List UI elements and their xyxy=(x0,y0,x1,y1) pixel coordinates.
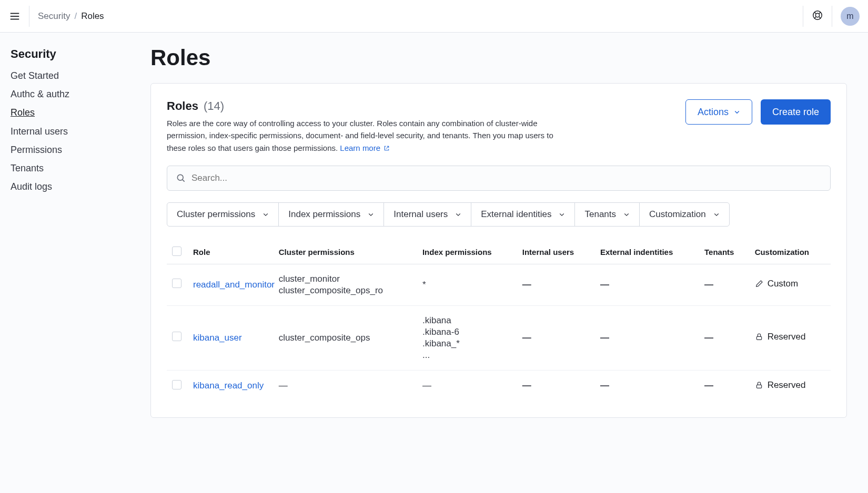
cluster-perms: cluster_composite_ops xyxy=(279,333,412,343)
chevron-down-icon xyxy=(559,211,565,218)
index-perms: * xyxy=(422,280,512,290)
tenants-cell: — xyxy=(704,381,713,391)
learn-more-link[interactable]: Learn more xyxy=(340,143,390,152)
customization-cell: Reserved xyxy=(755,332,806,342)
breadcrumb-security[interactable]: Security xyxy=(38,11,70,22)
col-cluster: Cluster permissions xyxy=(274,241,417,264)
cluster-perms: — xyxy=(279,381,412,391)
chevron-down-icon xyxy=(455,211,461,218)
table-row: readall_and_monitorcluster_monitorcluste… xyxy=(167,264,831,305)
filter-button[interactable]: Internal users xyxy=(383,202,471,227)
lock-icon xyxy=(755,381,763,389)
breadcrumb-separator: / xyxy=(74,11,77,22)
search-container xyxy=(167,166,831,191)
svg-line-10 xyxy=(183,180,185,182)
tenants-cell: — xyxy=(704,280,713,290)
sidebar-item[interactable]: Audit logs xyxy=(11,181,52,192)
col-index: Index permissions xyxy=(417,241,517,264)
internal-users-cell: — xyxy=(522,280,531,290)
svg-line-6 xyxy=(819,12,821,14)
svg-rect-12 xyxy=(756,385,761,388)
top-header: Security / Roles m xyxy=(0,0,868,33)
internal-users-cell: — xyxy=(522,381,531,391)
role-link[interactable]: readall_and_monitor xyxy=(193,280,275,290)
actions-button[interactable]: Actions xyxy=(685,99,752,125)
header-divider xyxy=(832,6,832,27)
index-perms: .kibana.kibana-6.kibana_*... xyxy=(422,315,512,361)
panel-header: Roles (14) Roles are the core way of con… xyxy=(167,99,831,154)
chevron-down-icon xyxy=(623,211,630,218)
breadcrumb-current: Roles xyxy=(81,11,104,22)
select-all-checkbox[interactable] xyxy=(172,246,181,256)
svg-rect-11 xyxy=(756,337,761,340)
panel-count: (14) xyxy=(204,99,224,112)
filter-button[interactable]: External identities xyxy=(471,202,575,227)
header-right: m xyxy=(803,6,860,27)
external-ids-cell: — xyxy=(600,381,609,391)
chevron-down-icon xyxy=(263,211,269,218)
sidebar-item[interactable]: Authc & authz xyxy=(11,89,69,99)
sidebar-heading: Security xyxy=(11,47,129,61)
panel-description: Roles are the core way of controlling ac… xyxy=(167,117,567,154)
external-ids-cell: — xyxy=(600,333,609,343)
sidebar-item[interactable]: Internal users xyxy=(11,126,68,137)
role-link[interactable]: kibana_user xyxy=(193,333,242,343)
table-row: kibana_read_only—————Reserved xyxy=(167,370,831,402)
page-title: Roles xyxy=(150,45,847,70)
sidebar-item[interactable]: Roles xyxy=(11,107,35,118)
svg-line-8 xyxy=(819,16,821,18)
row-checkbox[interactable] xyxy=(172,380,181,389)
user-avatar[interactable]: m xyxy=(841,7,860,26)
panel-title: Roles (14) xyxy=(167,99,224,113)
col-internal: Internal users xyxy=(517,241,595,264)
external-link-icon xyxy=(383,145,390,151)
filter-button[interactable]: Cluster permissions xyxy=(167,202,279,227)
row-checkbox[interactable] xyxy=(172,279,181,288)
header-divider xyxy=(803,6,803,27)
chevron-down-icon xyxy=(368,211,374,218)
svg-point-4 xyxy=(815,13,819,17)
svg-line-7 xyxy=(814,16,816,18)
create-role-button[interactable]: Create role xyxy=(761,99,831,125)
roles-table: Role Cluster permissions Index permissio… xyxy=(167,241,831,402)
breadcrumb: Security / Roles xyxy=(38,11,104,22)
sidebar: Security Get StartedAuthc & authzRolesIn… xyxy=(0,33,140,439)
svg-point-9 xyxy=(177,174,183,180)
filter-button[interactable]: Index permissions xyxy=(278,202,384,227)
roles-panel: Roles (14) Roles are the core way of con… xyxy=(150,83,847,418)
tenants-cell: — xyxy=(704,333,713,343)
sidebar-item[interactable]: Tenants xyxy=(11,163,44,173)
lock-icon xyxy=(755,333,763,341)
col-role: Role xyxy=(188,241,274,264)
filter-button[interactable]: Customization xyxy=(639,202,730,227)
col-custom: Customization xyxy=(750,241,831,264)
main-content: Roles Roles (14) Roles are the core way … xyxy=(140,33,868,439)
customization-cell: Reserved xyxy=(755,380,806,391)
cluster-perms: cluster_monitorcluster_composite_ops_ro xyxy=(279,274,412,296)
role-link[interactable]: kibana_read_only xyxy=(193,381,264,391)
row-checkbox[interactable] xyxy=(172,332,181,341)
customization-cell: Custom xyxy=(755,279,799,289)
svg-line-5 xyxy=(814,12,816,14)
col-external: External indentities xyxy=(595,241,699,264)
hamburger-icon xyxy=(9,11,21,22)
menu-button[interactable] xyxy=(8,6,29,27)
chevron-down-icon xyxy=(713,211,720,218)
col-tenants: Tenants xyxy=(699,241,750,264)
filter-bar: Cluster permissionsIndex permissionsInte… xyxy=(167,202,831,227)
search-input[interactable] xyxy=(191,173,822,183)
sidebar-item[interactable]: Get Started xyxy=(11,70,59,81)
help-button[interactable] xyxy=(812,9,823,23)
external-ids-cell: — xyxy=(600,280,609,290)
table-row: kibana_usercluster_composite_ops.kibana.… xyxy=(167,305,831,370)
chevron-down-icon xyxy=(734,109,740,115)
search-icon xyxy=(176,173,186,183)
filter-button[interactable]: Tenants xyxy=(574,202,640,227)
panel-actions: Actions Create role xyxy=(685,99,831,154)
sidebar-item[interactable]: Permissions xyxy=(11,145,62,155)
lifebuoy-icon xyxy=(812,9,823,21)
index-perms: — xyxy=(422,381,512,391)
pencil-icon xyxy=(755,280,763,288)
internal-users-cell: — xyxy=(522,333,531,343)
